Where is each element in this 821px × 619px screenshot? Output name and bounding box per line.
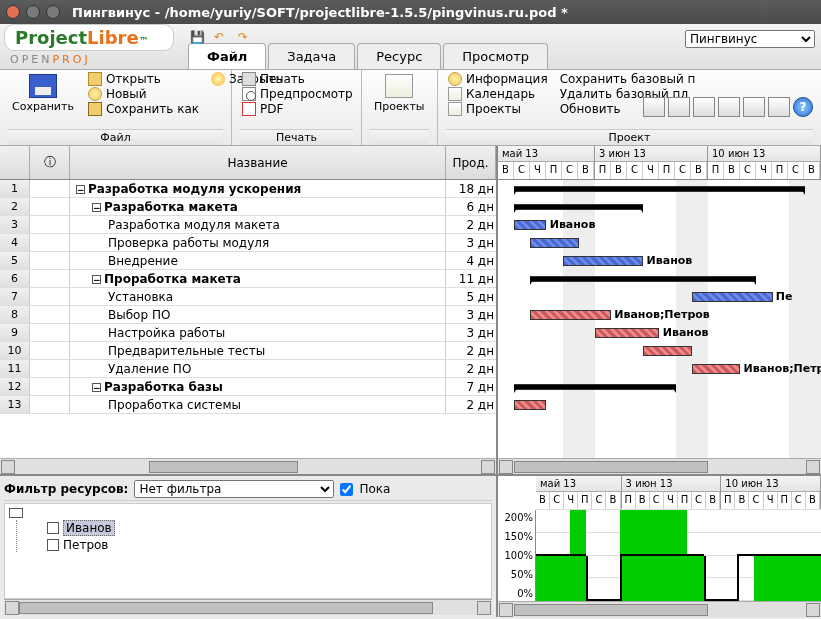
save-button[interactable]: Сохранить: [8, 72, 78, 115]
col-duration[interactable]: Прод.: [446, 146, 496, 179]
window-minimize-icon[interactable]: [26, 5, 40, 19]
table-row[interactable]: 11 Удаление ПО 2 дн: [0, 360, 496, 378]
gantt-bar[interactable]: [643, 346, 691, 356]
tree-root[interactable]: [9, 508, 487, 518]
gantt-bar[interactable]: [514, 186, 805, 192]
scroll-left-icon[interactable]: [499, 603, 513, 617]
gantt-bar[interactable]: [692, 292, 773, 302]
gantt-bar[interactable]: [530, 276, 756, 282]
new-button[interactable]: Новый: [86, 87, 201, 101]
collapse-icon[interactable]: −: [92, 383, 101, 392]
scroll-right-icon[interactable]: [806, 460, 820, 474]
table-row[interactable]: 9 Настройка работы 3 дн: [0, 324, 496, 342]
projects2-button[interactable]: Проекты: [446, 102, 550, 116]
gantt-bar[interactable]: [530, 310, 611, 320]
calendar-icon: [448, 87, 462, 101]
save-baseline-button[interactable]: Сохранить базовый п: [558, 72, 698, 86]
undo-icon[interactable]: ↶: [214, 30, 230, 46]
histogram-header: май 13ВСЧПСВ3 июн 13ПВСЧПСВ10 июн 13ПВСЧ…: [536, 476, 821, 510]
gantt-header: май 13ВСЧПСВ3 июн 13ПВСЧПСВ10 июн 13ПВСЧ…: [498, 146, 821, 180]
scroll-right-icon[interactable]: [477, 601, 491, 615]
tab-resource[interactable]: Ресурс: [357, 43, 441, 69]
scroll-right-icon[interactable]: [806, 603, 820, 617]
projects-button[interactable]: Проекты: [370, 72, 429, 115]
gantt-body[interactable]: ИвановИвановПеИванов;ПетровИвановИванов;…: [498, 180, 821, 458]
calendar-button[interactable]: Календарь: [446, 87, 550, 101]
tab-view[interactable]: Просмотр: [443, 43, 548, 69]
gantt-bar[interactable]: [514, 204, 643, 210]
tab-task[interactable]: Задача: [268, 43, 355, 69]
redo-icon[interactable]: ↷: [238, 30, 254, 46]
collapse-icon[interactable]: −: [92, 203, 101, 212]
filter-select[interactable]: Нет фильтра: [134, 480, 334, 498]
tree-item-petrov[interactable]: Петров: [47, 538, 487, 552]
gantt-bar[interactable]: [595, 328, 660, 338]
scroll-left-icon[interactable]: [499, 460, 513, 474]
horizontal-scrollbar[interactable]: [4, 599, 492, 615]
histogram-panel: май 13ВСЧПСВ3 июн 13ПВСЧПСВ10 июн 13ПВСЧ…: [498, 476, 821, 617]
scroll-thumb[interactable]: [514, 461, 708, 473]
project-selector[interactable]: Пингвинус: [685, 30, 815, 48]
table-row[interactable]: 1 −Разработка модуля ускорения 18 дн: [0, 180, 496, 198]
info-icon: [448, 72, 462, 86]
horizontal-scrollbar[interactable]: [498, 458, 821, 474]
view-report-icon[interactable]: [743, 97, 765, 117]
histogram-bar: [771, 556, 788, 602]
save-as-button[interactable]: Сохранить как: [86, 102, 201, 116]
gantt-bar[interactable]: [692, 364, 740, 374]
scroll-thumb[interactable]: [19, 602, 434, 614]
table-row[interactable]: 5 Внедрение 4 дн: [0, 252, 496, 270]
table-row[interactable]: 8 Выбор ПО 3 дн: [0, 306, 496, 324]
gantt-bar[interactable]: [530, 238, 578, 248]
table-row[interactable]: 3 Разработка модуля макета 2 дн: [0, 216, 496, 234]
histogram-bar: [620, 510, 637, 601]
col-info[interactable]: ⓘ: [30, 146, 70, 179]
show-checkbox[interactable]: [340, 483, 353, 496]
gantt-bar[interactable]: [514, 384, 676, 390]
col-name[interactable]: Название: [70, 146, 446, 179]
scroll-thumb[interactable]: [149, 461, 298, 473]
scroll-left-icon[interactable]: [5, 601, 19, 615]
print-button[interactable]: Печать: [240, 72, 355, 86]
table-row[interactable]: 7 Установка 5 дн: [0, 288, 496, 306]
horizontal-scrollbar[interactable]: [0, 458, 496, 474]
gantt-bar[interactable]: [514, 220, 546, 230]
gantt-bar[interactable]: [514, 400, 546, 410]
table-row[interactable]: 4 Проверка работы модуля 3 дн: [0, 234, 496, 252]
table-row[interactable]: 2 −Разработка макета 6 дн: [0, 198, 496, 216]
view-network-icon[interactable]: [668, 97, 690, 117]
table-row[interactable]: 6 −Проработка макета 11 дн: [0, 270, 496, 288]
view-resources-icon[interactable]: [693, 97, 715, 117]
scroll-left-icon[interactable]: [1, 460, 15, 474]
table-row[interactable]: 10 Предварительные тесты 2 дн: [0, 342, 496, 360]
gantt-bar[interactable]: [563, 256, 644, 266]
task-table: ⓘ Название Прод. 1 −Разработка модуля ус…: [0, 146, 498, 474]
resource-tree[interactable]: Иванов Петров: [4, 503, 492, 599]
collapse-icon[interactable]: −: [76, 185, 85, 194]
window-maximize-icon[interactable]: [46, 5, 60, 19]
histogram-bar: [553, 556, 570, 602]
scroll-right-icon[interactable]: [481, 460, 495, 474]
histogram-plot[interactable]: [536, 510, 821, 601]
tree-item-ivanov[interactable]: Иванов: [47, 520, 487, 536]
save-icon[interactable]: 💾: [190, 30, 206, 46]
tab-file[interactable]: Файл: [188, 43, 266, 69]
table-row[interactable]: 13 Проработка системы 2 дн: [0, 396, 496, 414]
open-button[interactable]: Открыть: [86, 72, 201, 86]
pdf-button[interactable]: PDF: [240, 102, 355, 116]
person-icon: [47, 522, 59, 534]
view-none-icon[interactable]: [768, 97, 790, 117]
col-number[interactable]: [0, 146, 30, 179]
table-row[interactable]: 12 −Разработка базы 7 дн: [0, 378, 496, 396]
preview-button[interactable]: Предпросмотр: [240, 87, 355, 101]
window-titlebar: Пингвинус - /home/yuriy/SOFT/projectlibr…: [0, 0, 821, 24]
view-wbs-icon[interactable]: [718, 97, 740, 117]
scroll-thumb[interactable]: [514, 604, 708, 616]
view-gantt-icon[interactable]: [643, 97, 665, 117]
window-close-icon[interactable]: [6, 5, 20, 19]
gantt-label: Иванов;Петров: [614, 308, 710, 321]
help-icon[interactable]: ?: [793, 97, 813, 117]
horizontal-scrollbar[interactable]: [498, 601, 821, 617]
collapse-icon[interactable]: −: [92, 275, 101, 284]
info-button[interactable]: Информация: [446, 72, 550, 86]
